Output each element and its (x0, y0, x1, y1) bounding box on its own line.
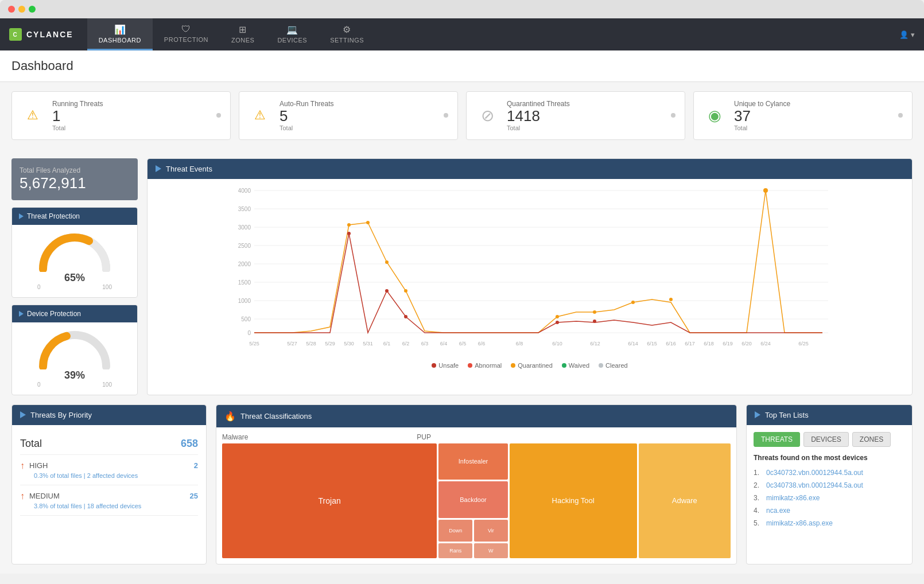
svg-point-44 (385, 260, 389, 264)
page-header: Dashboard (0, 50, 924, 82)
threat-events-panel: Threat Events (147, 158, 913, 395)
priority-total-label: Total (20, 438, 42, 450)
treemap-adware: Adware (639, 443, 731, 558)
threat-events-title: Threat Events (166, 165, 212, 173)
item-3-num: 3. (754, 494, 763, 502)
svg-text:0: 0 (247, 330, 251, 336)
priority-item-medium: ↑ MEDIUM 25 3.8% of total files | 18 aff… (20, 485, 198, 516)
window-chrome (0, 0, 924, 18)
running-threats-icon: ⚠ (21, 104, 44, 127)
tab-threats[interactable]: THREATS (754, 432, 800, 447)
svg-text:6/25: 6/25 (798, 341, 809, 346)
nav-items: 📊 DASHBOARD 🛡 PROTECTION ⊞ ZONES 💻 DEVIC… (87, 18, 899, 50)
classifications-title: Threat Classifications (240, 412, 312, 421)
maximize-btn[interactable] (29, 6, 36, 13)
priority-medium-label: MEDIUM (29, 492, 185, 500)
svg-text:6/3: 6/3 (421, 341, 429, 346)
nav-item-zones[interactable]: ⊞ ZONES (220, 18, 266, 50)
nav-logo-text: CYLANCE (26, 30, 73, 39)
device-protection-header: Device Protection (12, 305, 137, 322)
close-btn[interactable] (8, 6, 15, 13)
top-ten-panel: Top Ten Lists THREATS DEVICES ZONES Thre… (746, 404, 913, 564)
svg-text:2000: 2000 (238, 261, 251, 267)
unique-cylance-dot (898, 113, 903, 118)
threat-events-chart: 4000 3500 3000 2500 2000 1500 1000 500 0 (153, 185, 906, 357)
card-quarantined-threats[interactable]: ⊘ Quarantined Threats 1418 Total (466, 91, 685, 140)
top-ten-item-3: 3. mimikatz-x86.exe (754, 492, 905, 504)
classifications-header: 🔥 Threat Classifications (216, 405, 736, 427)
classifications-panel: 🔥 Threat Classifications Malware PUP Tro… (216, 404, 737, 564)
item-1-link[interactable]: 0c340732.vbn.00012944.5a.out (766, 469, 863, 477)
threat-protection-gauge: Threat Protection (11, 207, 138, 298)
svg-point-53 (404, 315, 407, 318)
top-ten-items-list: 1. 0c340732.vbn.00012944.5a.out 2. 0c340… (754, 466, 905, 530)
svg-text:6/1: 6/1 (383, 341, 391, 346)
nav-logo[interactable]: C CYLANCE (9, 28, 73, 41)
svg-text:3500: 3500 (238, 206, 251, 212)
svg-text:5/29: 5/29 (325, 341, 335, 346)
unique-cylance-content: Unique to Cylance 37 Total (734, 100, 890, 131)
legend-abnormal: Abnormal (468, 362, 502, 369)
nav-user[interactable]: 👤 ▾ (899, 30, 915, 39)
nav-item-dashboard[interactable]: 📊 DASHBOARD (87, 18, 153, 50)
quarantined-threats-content: Quarantined Threats 1418 Total (507, 100, 663, 131)
priority-header: Threats By Priority (12, 405, 206, 425)
svg-point-54 (556, 321, 559, 324)
card-autorun-threats[interactable]: ⚠ Auto-Run Threats 5 Total (239, 91, 458, 140)
top-ten-title: Top Ten Lists (765, 411, 809, 419)
nav-item-devices[interactable]: 💻 DEVICES (266, 18, 319, 50)
priority-title: Threats By Priority (30, 411, 92, 419)
svg-text:3000: 3000 (238, 224, 251, 231)
svg-point-52 (385, 289, 389, 293)
svg-text:5/25: 5/25 (249, 341, 259, 346)
item-1-num: 1. (754, 469, 763, 477)
svg-point-51 (347, 232, 351, 235)
item-4-link[interactable]: nca.exe (766, 507, 790, 515)
quarantined-threats-label: Quarantined Threats (507, 100, 663, 108)
priority-arrow (20, 411, 26, 418)
threat-protection-svg (37, 232, 112, 272)
item-5-link[interactable]: mimikatz-x86.asp.exe (766, 519, 833, 527)
tab-zones[interactable]: ZONES (852, 432, 891, 447)
priority-medium-sub: 3.8% of total files | 18 affected device… (20, 503, 198, 509)
svg-text:6/10: 6/10 (552, 341, 562, 346)
nav-item-settings[interactable]: ⚙ SETTINGS (319, 18, 375, 50)
svg-point-46 (556, 315, 559, 318)
cylance-logo-icon: C (9, 28, 22, 41)
top-ten-item-5: 5. mimikatz-x86.asp.exe (754, 517, 905, 530)
card-running-threats[interactable]: ⚠ Running Threats 1 Total (11, 91, 231, 140)
nav-item-protection[interactable]: 🛡 PROTECTION (153, 18, 220, 50)
tab-devices[interactable]: DEVICES (803, 432, 849, 447)
running-threats-dot (216, 113, 221, 118)
top-ten-item-4: 4. nca.exe (754, 504, 905, 517)
threats-by-priority-panel: Threats By Priority Total 658 ↑ HIGH 2 0… (11, 404, 207, 564)
legend-quarantined: Quarantined (511, 362, 553, 369)
running-threats-label: Running Threats (52, 100, 208, 108)
main-content: Total Files Analyzed 5,672,911 Threat Pr… (0, 149, 924, 574)
autorun-threats-sublabel: Total (279, 124, 436, 131)
top-ten-header-arrow (755, 411, 760, 418)
user-icon: 👤 (899, 30, 909, 39)
treemap-backdoor: Backdoor (438, 481, 507, 518)
device-protection-label: Device Protection (27, 310, 81, 318)
svg-text:5/31: 5/31 (363, 341, 373, 346)
classifications-body: Malware PUP Trojan Infostealer (216, 427, 736, 564)
protection-icon: 🛡 (181, 24, 191, 34)
svg-point-50 (763, 188, 768, 193)
quarantined-threats-dot (671, 113, 675, 118)
medium-arrow-icon: ↑ (20, 491, 25, 501)
quarantined-threats-icon: ⊘ (476, 104, 499, 127)
pup-section-label: PUP (417, 433, 431, 441)
svg-text:4000: 4000 (238, 188, 251, 194)
priority-total-value: 658 (181, 438, 198, 450)
priority-item-high-row: ↑ HIGH 2 (20, 461, 198, 471)
item-3-link[interactable]: mimikatz-x86.exe (766, 494, 820, 502)
card-unique-cylance[interactable]: ◉ Unique to Cylance 37 Total (693, 91, 913, 140)
svg-text:6/12: 6/12 (590, 341, 600, 346)
item-2-link[interactable]: 0c340738.vbn.00012944.5a.out (766, 481, 863, 489)
user-dropdown-arrow: ▾ (911, 30, 915, 39)
priority-item-medium-row: ↑ MEDIUM 25 (20, 491, 198, 501)
autorun-threats-icon: ⚠ (249, 104, 271, 127)
top-ten-item-1: 1. 0c340732.vbn.00012944.5a.out (754, 466, 905, 479)
minimize-btn[interactable] (18, 6, 25, 13)
